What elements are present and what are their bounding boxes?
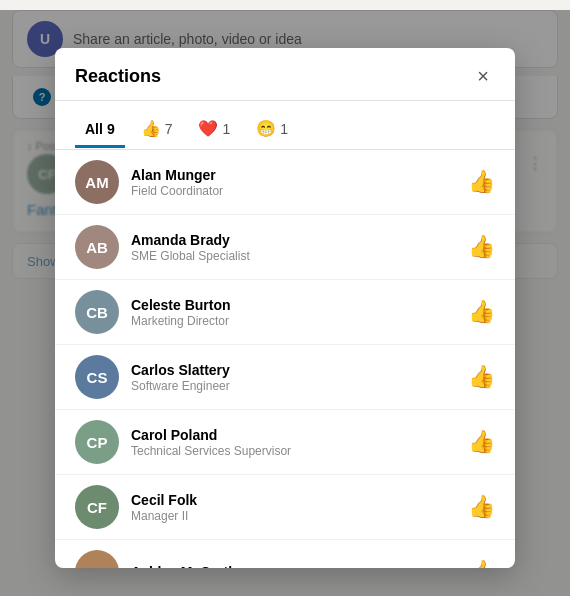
person-name: Amanda Brady [131,232,456,248]
modal-backdrop: Reactions × All 9 👍 7 ❤️ 1 😁 [0,10,570,596]
reaction-list-item: CSCarlos SlatterySoftware Engineer👍 [55,345,515,410]
heart-count: 1 [222,121,230,137]
reaction-emoji: 👍 [468,299,495,325]
tab-thumbs-up[interactable]: 👍 7 [131,111,183,149]
reaction-list-item: AMAlan MungerField Coordinator👍 [55,150,515,215]
modal-header: Reactions × [55,48,515,101]
reactions-list: AMAlan MungerField Coordinator👍ABAmanda … [55,150,515,568]
thumbs-up-emoji: 👍 [141,119,161,138]
reaction-emoji: 👍 [468,559,495,568]
person-name: Ashley McCarthy [131,564,456,569]
person-role: Manager II [131,509,456,523]
person-info: Alan MungerField Coordinator [131,167,456,198]
person-avatar: CP [75,420,119,464]
heart-emoji: ❤️ [198,119,218,138]
tab-all[interactable]: All 9 [75,113,125,148]
person-name: Carol Poland [131,427,456,443]
reaction-emoji: 👍 [468,429,495,455]
tab-all-count: 9 [107,121,115,137]
person-info: Carlos SlatterySoftware Engineer [131,362,456,393]
person-info: Carol PolandTechnical Services Superviso… [131,427,456,458]
modal-title: Reactions [75,66,161,87]
person-role: Technical Services Supervisor [131,444,456,458]
haha-count: 1 [280,121,288,137]
tab-all-label: All [85,121,103,137]
person-info: Cecil FolkManager II [131,492,456,523]
person-name: Carlos Slattery [131,362,456,378]
reaction-emoji: 👍 [468,234,495,260]
reaction-list-item: CBCeleste BurtonMarketing Director👍 [55,280,515,345]
person-avatar: CS [75,355,119,399]
tab-heart[interactable]: ❤️ 1 [188,111,240,149]
person-info: Ashley McCarthy [131,564,456,569]
person-info: Celeste BurtonMarketing Director [131,297,456,328]
close-button[interactable]: × [471,64,495,88]
person-role: Marketing Director [131,314,456,328]
background-page: U Share an article, photo, video or idea… [0,10,570,596]
reaction-emoji: 👍 [468,364,495,390]
reaction-emoji: 👍 [468,494,495,520]
person-avatar: AM [75,160,119,204]
reaction-list-item: AMAshley McCarthy👍 [55,540,515,568]
thumbs-up-count: 7 [165,121,173,137]
reaction-list-item: ABAmanda BradySME Global Specialist👍 [55,215,515,280]
reactions-modal: Reactions × All 9 👍 7 ❤️ 1 😁 [55,48,515,568]
reaction-list-item: CPCarol PolandTechnical Services Supervi… [55,410,515,475]
haha-emoji: 😁 [256,119,276,138]
person-name: Alan Munger [131,167,456,183]
reaction-list-item: CFCecil FolkManager II👍 [55,475,515,540]
person-role: SME Global Specialist [131,249,456,263]
person-role: Field Coordinator [131,184,456,198]
person-avatar: CF [75,485,119,529]
person-avatar: AB [75,225,119,269]
person-avatar: CB [75,290,119,334]
person-avatar: AM [75,550,119,568]
person-info: Amanda BradySME Global Specialist [131,232,456,263]
person-name: Celeste Burton [131,297,456,313]
person-name: Cecil Folk [131,492,456,508]
reaction-tabs: All 9 👍 7 ❤️ 1 😁 1 [55,101,515,150]
person-role: Software Engineer [131,379,456,393]
reaction-emoji: 👍 [468,169,495,195]
tab-haha[interactable]: 😁 1 [246,111,298,149]
